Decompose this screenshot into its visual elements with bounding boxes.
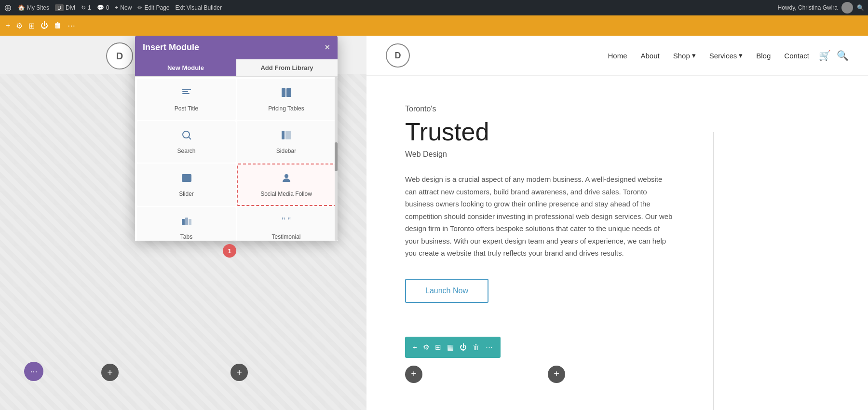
module-tabs[interactable]: Tabs xyxy=(137,207,236,241)
divi-logo: D xyxy=(106,42,133,69)
module-slider[interactable]: Slider xyxy=(137,164,236,206)
svg-rect-10 xyxy=(186,174,188,182)
module-search-label: Search xyxy=(177,148,195,154)
module-testimonial[interactable]: "" Testimonial xyxy=(237,207,336,241)
sidebar-module-icon xyxy=(281,129,292,144)
tab-add-from-library[interactable]: Add From Library xyxy=(236,59,338,76)
hero-subtitle: Toronto's xyxy=(405,105,829,113)
svg-rect-4 xyxy=(286,88,291,97)
wp-logo[interactable]: ⊕ xyxy=(4,2,12,14)
svg-text:": " xyxy=(282,216,285,226)
nav-shop[interactable]: Shop ▾ xyxy=(673,51,696,60)
modal-header: Insert Module × xyxy=(135,36,338,59)
cart-icon[interactable]: 🛒 xyxy=(819,50,831,61)
user-greeting: Howdy, Christina Gwira xyxy=(778,4,838,11)
nav-services[interactable]: Services ▾ xyxy=(709,51,743,60)
settings-icon[interactable]: ⚙ xyxy=(16,21,23,30)
post-title-icon xyxy=(181,87,192,101)
module-sidebar-label: Sidebar xyxy=(276,148,296,154)
add-module-button-1[interactable]: + xyxy=(101,364,119,381)
wp-icon: ⊕ xyxy=(4,2,12,14)
teal-grid-icon[interactable]: ▦ xyxy=(447,343,454,352)
nav-blog[interactable]: Blog xyxy=(756,52,771,60)
chevron-down-icon: ▾ xyxy=(692,51,696,60)
pricing-tables-icon xyxy=(281,87,292,101)
divi-icon: D xyxy=(55,4,64,11)
module-post-title[interactable]: Post Title xyxy=(137,79,236,120)
exit-visual-builder-link[interactable]: Exit Visual Builder xyxy=(175,4,222,11)
module-tabs-label: Tabs xyxy=(180,233,192,240)
add-row-button-2[interactable]: + xyxy=(548,366,565,383)
module-sidebar[interactable]: Sidebar xyxy=(237,121,336,163)
modal-scrollbar-thumb[interactable] xyxy=(335,142,338,171)
plus-icon: + xyxy=(115,4,118,11)
power-icon[interactable]: ⏻ xyxy=(41,21,48,30)
main-content: D 1 ··· + + Insert Module × xyxy=(0,36,868,410)
modal-tabs: New Module Add From Library xyxy=(135,59,338,77)
hero-content: Toronto's Trusted Web Design Web design … xyxy=(366,76,868,410)
comments-link[interactable]: ↻ 1 xyxy=(81,4,91,11)
nav-home[interactable]: Home xyxy=(608,52,627,60)
modal-scrollbar[interactable] xyxy=(335,77,338,241)
module-slider-label: Slider xyxy=(179,191,194,197)
module-grid: Post Title Pricing Tables Search xyxy=(135,77,338,241)
orange-toolbar: + ⚙ ⊞ ⏻ 🗑 ⋯ xyxy=(0,15,868,36)
comments-count-link[interactable]: 💬 0 xyxy=(97,4,109,11)
edit-page-link[interactable]: ✏ Edit Page xyxy=(137,4,169,11)
hero-body-text: Web design is a crucial aspect of any mo… xyxy=(405,173,675,260)
chevron-down-icon-services: ▾ xyxy=(739,51,743,60)
nav-about[interactable]: About xyxy=(640,52,659,60)
new-link[interactable]: + New xyxy=(115,4,132,11)
nav-contact[interactable]: Contact xyxy=(784,52,809,60)
vertical-divider xyxy=(713,132,714,410)
teal-settings-icon[interactable]: ⚙ xyxy=(423,343,429,352)
add-module-button-2[interactable]: + xyxy=(231,364,248,381)
site-nav: D Home About Shop ▾ Services ▾ Blog Cont… xyxy=(366,36,868,76)
teal-toolbar: + ⚙ ⊞ ▦ ⏻ 🗑 ⋯ xyxy=(405,337,501,358)
pencil-icon: ✏ xyxy=(137,4,142,11)
add-section-icon[interactable]: + xyxy=(6,21,10,30)
svg-rect-14 xyxy=(189,219,191,225)
tabs-module-icon xyxy=(181,215,192,230)
svg-rect-12 xyxy=(182,219,185,225)
divi-link[interactable]: D Divi xyxy=(55,4,75,11)
svg-rect-2 xyxy=(182,93,190,94)
svg-point-5 xyxy=(183,131,190,138)
modal-title: Insert Module xyxy=(143,42,199,53)
teal-delete-icon[interactable]: 🗑 xyxy=(473,343,480,351)
delete-icon[interactable]: 🗑 xyxy=(54,21,62,30)
search-icon[interactable]: 🔍 xyxy=(857,4,864,11)
teal-add-icon[interactable]: + xyxy=(413,343,417,351)
nav-icons: 🛒 🔍 xyxy=(819,50,849,61)
purple-more-button[interactable]: ··· xyxy=(24,362,43,381)
module-pricing-tables[interactable]: Pricing Tables xyxy=(237,79,336,120)
launch-now-button[interactable]: Launch Now xyxy=(405,279,488,303)
tab-new-module[interactable]: New Module xyxy=(135,59,236,76)
admin-bar: ⊕ 🏠 My Sites D Divi ↻ 1 💬 0 + New ✏ Edit… xyxy=(0,0,868,15)
badge-1: 1 xyxy=(223,244,236,258)
web-design-label: Web Design xyxy=(405,150,829,159)
teal-power-icon[interactable]: ⏻ xyxy=(460,343,467,351)
svg-rect-8 xyxy=(285,131,291,139)
module-pricing-tables-label: Pricing Tables xyxy=(268,105,304,112)
module-social-media-follow[interactable]: Social Media Follow 2 xyxy=(237,164,336,206)
nav-search-icon[interactable]: 🔍 xyxy=(837,50,849,61)
teal-more-icon[interactable]: ⋯ xyxy=(486,343,493,352)
svg-rect-13 xyxy=(185,218,188,225)
teal-layout-icon[interactable]: ⊞ xyxy=(435,343,441,352)
layout-icon[interactable]: ⊞ xyxy=(28,21,35,30)
social-media-follow-icon xyxy=(281,172,292,187)
hero-main-title: Trusted xyxy=(405,117,829,146)
comment-icon: 💬 xyxy=(97,4,104,11)
svg-rect-0 xyxy=(182,89,191,90)
module-search[interactable]: Search xyxy=(137,121,236,163)
modal-close-button[interactable]: × xyxy=(325,42,330,53)
my-sites-link[interactable]: 🏠 My Sites xyxy=(18,4,49,11)
svg-rect-3 xyxy=(282,88,285,97)
slider-module-icon xyxy=(181,172,192,187)
admin-bar-right: Howdy, Christina Gwira 🔍 xyxy=(778,2,864,14)
more-icon[interactable]: ⋯ xyxy=(68,21,75,30)
module-social-media-follow-label: Social Media Follow xyxy=(260,191,312,197)
add-row-button-1[interactable]: + xyxy=(405,366,422,383)
user-avatar xyxy=(841,2,853,14)
